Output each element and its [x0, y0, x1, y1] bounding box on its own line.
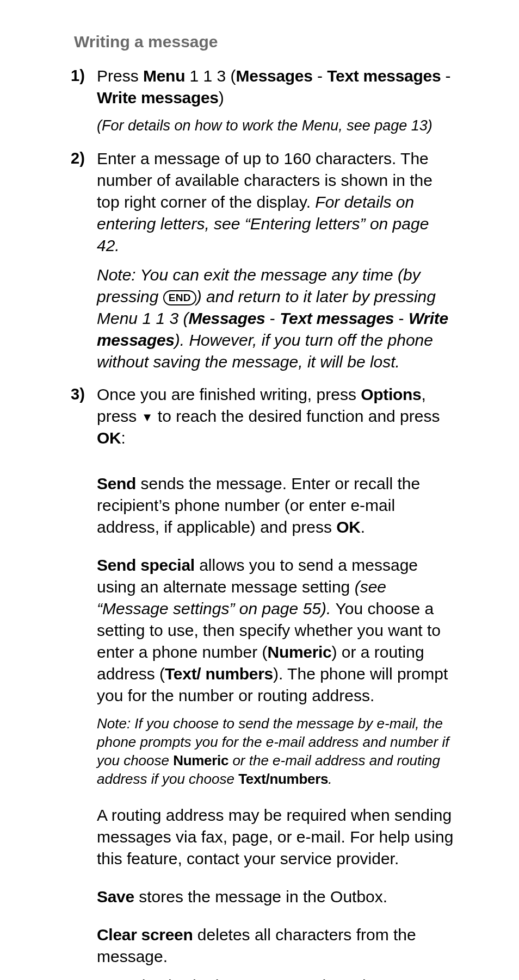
step-list: 1) Press Menu 1 1 3 (Messages - Text mes… [71, 65, 454, 457]
menu-path-item: Text messages [327, 67, 441, 85]
ok-label: OK [97, 429, 121, 447]
separator: - [394, 309, 409, 327]
clear-screen-label: Clear screen [97, 926, 193, 944]
step-2-instruction: Enter a message of up to 160 characters.… [97, 148, 454, 257]
separator: - [313, 67, 328, 85]
manual-page: Writing a message 1) Press Menu 1 1 3 (M… [0, 0, 519, 980]
closing-paragraph: You can check whether messages have been… [71, 975, 454, 980]
menu-path-item: Text messages [280, 309, 394, 327]
send-special-label: Send special [97, 556, 195, 574]
numeric-label: Numeric [173, 752, 228, 769]
down-arrow-icon: ▼ [141, 411, 153, 423]
options-label: Options [361, 385, 421, 403]
text: Once you are finished writing, press [97, 385, 361, 403]
save-label: Save [97, 888, 134, 906]
numeric-label: Numeric [268, 643, 332, 661]
step-2-number: 2) [71, 148, 97, 380]
text: . [361, 518, 365, 536]
section-heading: Writing a message [74, 33, 454, 51]
clear-screen-description: Clear screen deletes all characters from… [97, 924, 465, 967]
menu-path-item: Messages [188, 309, 265, 327]
save-description: Save stores the message in the Outbox. [97, 886, 454, 908]
menu-path-item: Write messages [97, 89, 219, 107]
step-2: 2) Enter a message of up to 160 characte… [71, 148, 454, 380]
text: to reach the desired function and press [153, 407, 440, 425]
step-3-number: 3) [71, 384, 97, 457]
email-note: Note: If you choose to send the message … [97, 714, 454, 788]
step-1-number: 1) [71, 65, 97, 145]
step-2-body: Enter a message of up to 160 characters.… [97, 148, 454, 380]
text: ) [219, 89, 224, 107]
routing-description: A routing address may be required when s… [97, 804, 454, 870]
send-description: Send sends the message. Enter or recall … [97, 473, 454, 538]
step-3-instruction: Once you are finished writing, press Opt… [97, 384, 454, 449]
text-numbers-label: Text/numbers [238, 771, 328, 787]
text: sends the message. Enter or recall the r… [97, 475, 420, 536]
step-1: 1) Press Menu 1 1 3 (Messages - Text mes… [71, 65, 454, 145]
send-special-description: Send special allows you to send a messag… [97, 554, 454, 707]
text: stores the message in the Outbox. [134, 888, 387, 906]
step-2-note: Note: You can exit the message any time … [97, 264, 454, 373]
step-3-body: Once you are finished writing, press Opt… [97, 384, 454, 457]
ok-label: OK [336, 518, 360, 536]
step-1-instruction: Press Menu 1 1 3 (Messages - Text messag… [97, 65, 454, 109]
menu-path-item: Messages [236, 67, 313, 85]
text: 1 1 3 ( [185, 67, 236, 85]
text: You can check whether messages have been… [71, 977, 427, 980]
separator: - [441, 67, 450, 85]
step-1-note: (For details on how to work the Menu, se… [97, 116, 454, 135]
menu-label: Menu [143, 67, 185, 85]
step-1-body: Press Menu 1 1 3 (Messages - Text messag… [97, 65, 454, 145]
end-key-icon: END [163, 290, 196, 305]
step-3: 3) Once you are finished writing, press … [71, 384, 454, 457]
text-numbers-label: Text/ numbers [165, 665, 273, 683]
separator: - [265, 309, 280, 327]
text: . [328, 771, 332, 787]
text: Press [97, 67, 143, 85]
send-label: Send [97, 475, 136, 492]
text: : [121, 429, 125, 447]
